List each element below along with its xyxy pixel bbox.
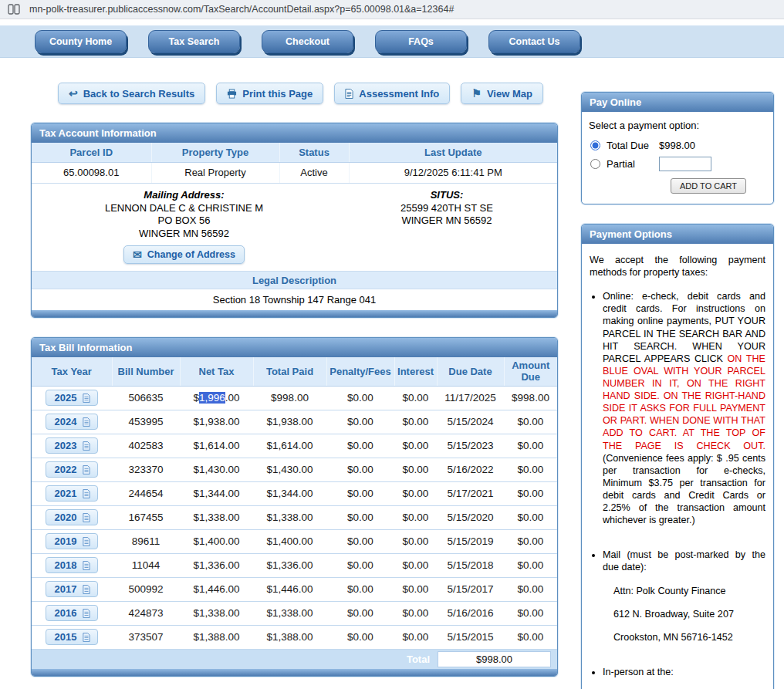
col-total-paid: Total Paid [253,357,326,386]
view-map-button[interactable]: ⚑ View Map [461,83,543,104]
site-navigation: County Home Tax Search Checkout FAQs Con… [0,25,784,58]
net-tax: $1,614.00 [180,434,253,458]
col-last-update: Last Update [349,143,557,162]
tax-year-button[interactable]: 2017 [46,581,99,597]
assessment-info-button[interactable]: Assessment Info [334,83,450,104]
left-column: ↩ Back to Search Results Print this Page [31,83,558,689]
amount-due: $0.00 [504,577,557,601]
bill-detail-icon [83,609,90,618]
total-paid: $1,388.00 [253,625,326,649]
bill-row: 2016 424873 $1,338.00 $1,338.00 $0.00 $0… [32,601,557,625]
bill-row: 2019 89611 $1,400.00 $1,400.00 $0.00 $0.… [32,529,557,553]
net-tax: $1,338.00 [180,505,253,529]
penalty-fees: $0.00 [326,505,394,529]
change-of-address-label: Change of Address [147,249,235,260]
due-date: 5/15/2024 [437,410,504,434]
convenience-fees-text: (Convenience fees apply: $ .95 cents per… [603,453,765,526]
bill-number: 89611 [112,529,180,553]
interest: $0.00 [394,458,437,481]
nav-county-home[interactable]: County Home [35,30,127,53]
due-date: 5/15/2017 [437,577,504,601]
penalty-fees: $0.00 [326,577,394,601]
nav-contact-us[interactable]: Contact Us [488,30,580,53]
total-due-amount: $998.00 [659,140,695,151]
amount-due: $0.00 [504,505,557,529]
pay-online-body: Select a payment option: Total Due $998.… [582,112,773,204]
mail-payment-item: Mail (must be post-marked by the due dat… [603,549,765,643]
change-of-address-button[interactable]: ✉ Change of Address [123,245,245,264]
add-to-cart-button[interactable]: ADD TO CART [671,178,746,194]
tax-year-label: 2024 [55,416,77,427]
bill-row: 2015 373507 $1,388.00 $1,388.00 $0.00 $0… [32,625,557,649]
status-value: Active [279,162,349,183]
bill-detail-icon [83,537,90,546]
pay-online-title: Pay Online [590,96,641,108]
penalty-fees: $0.00 [326,386,394,410]
tax-year-button[interactable]: 2020 [46,509,99,525]
amount-due: $0.00 [504,481,557,505]
bill-number: 424873 [112,601,180,625]
bill-row: 2023 402583 $1,614.00 $1,614.00 $0.00 $0… [32,434,557,458]
bill-detail-icon [83,393,90,403]
back-to-search-button[interactable]: ↩ Back to Search Results [58,83,205,104]
tax-year-button[interactable]: 2021 [46,485,99,502]
bill-row: 2022 323370 $1,430.00 $1,430.00 $0.00 $0… [32,458,557,481]
total-paid: $1,446.00 [253,577,326,601]
interest: $0.00 [394,434,437,458]
mail-address-line: Crookston, MN 56716-1452 [613,631,765,643]
pay-online-header: Pay Online [582,93,773,112]
bill-detail-icon [83,513,90,522]
tax-year-button[interactable]: 2015 [46,629,99,645]
net-tax: $1,446.00 [180,577,253,601]
due-date: 5/16/2016 [437,601,504,625]
tax-year-button[interactable]: 2024 [46,414,99,430]
nav-tax-search[interactable]: Tax Search [148,30,240,53]
print-page-button[interactable]: Print this Page [216,83,323,104]
site-settings-icon[interactable] [8,4,20,15]
partial-radio[interactable] [590,159,600,169]
due-date: 5/15/2018 [437,553,504,577]
due-date: 5/15/2023 [437,434,504,458]
tax-year-label: 2020 [55,512,77,523]
total-label: Total [407,654,430,665]
bill-detail-icon [83,561,90,570]
col-property-type: Property Type [151,143,279,162]
partial-option[interactable]: Partial [589,157,766,171]
page: mn-polk-treasurer.publicaccessnow.com/Ta… [0,0,784,689]
tax-year-button[interactable]: 2016 [46,605,99,621]
last-update-value: 9/12/2025 6:11:41 PM [349,162,557,183]
total-due-label: Total Due [607,140,659,151]
tax-year-button[interactable]: 2022 [46,461,99,478]
tax-year-button[interactable]: 2018 [46,557,99,573]
tax-year-button[interactable]: 2025 [46,390,99,406]
total-due-option[interactable]: Total Due $998.00 [589,140,766,151]
bill-row: 2021 244654 $1,344.00 $1,344.00 $0.00 $0… [32,481,557,505]
due-date: 5/17/2021 [437,481,504,505]
mailing-address-line: PO BOX 56 [32,214,336,228]
bill-row: 2017 500992 $1,446.00 $1,446.00 $0.00 $0… [32,577,557,601]
partial-amount-input[interactable] [659,157,711,171]
bill-total-row: Total $998.00 [32,650,557,669]
tax-year-button[interactable]: 2023 [46,437,99,454]
mailing-address-label: Mailing Address: [32,189,336,201]
nav-checkout[interactable]: Checkout [262,30,353,53]
penalty-fees: $0.00 [326,434,394,458]
pay-online-panel: Pay Online Select a payment option: Tota… [581,92,774,204]
amount-due: $0.00 [504,458,557,481]
col-amount-due: Amount Due [504,357,557,386]
tax-year-label: 2019 [55,535,77,547]
tax-year-label: 2017 [55,583,77,595]
nav-faqs[interactable]: FAQs [375,30,467,53]
browser-url-bar[interactable]: mn-polk-treasurer.publicaccessnow.com/Ta… [0,0,784,19]
total-due-radio[interactable] [590,140,600,150]
col-status: Status [279,143,349,162]
interest: $0.00 [394,529,437,553]
net-tax: $1,388.00 [180,625,253,649]
tax-bill-table: Tax Year Bill Number Net Tax Total Paid … [32,357,557,650]
envelope-icon: ✉ [133,249,142,260]
interest: $0.00 [394,553,437,577]
bill-detail-icon [83,441,90,451]
amount-due: $0.00 [504,434,557,458]
tax-year-button[interactable]: 2019 [46,533,99,549]
url-text[interactable]: mn-polk-treasurer.publicaccessnow.com/Ta… [29,4,454,15]
